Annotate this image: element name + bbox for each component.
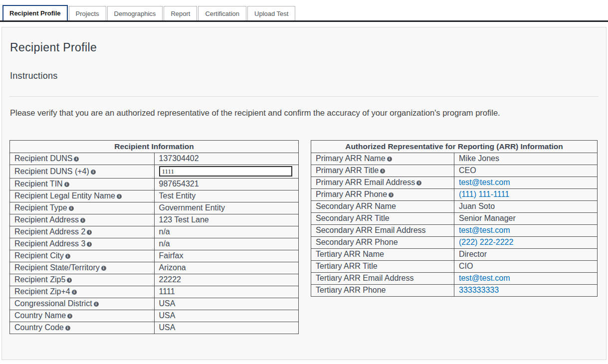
- info-icon[interactable]: i: [64, 182, 69, 187]
- table-row: Recipient Address 2in/a: [10, 226, 299, 238]
- row-label: Recipient TINi: [10, 179, 155, 190]
- row-label: Tertiary ARR Phone: [311, 285, 454, 297]
- table-row: Primary ARR Phonei(111) 111-1111: [311, 189, 598, 201]
- row-label-text: Recipient Type: [14, 203, 67, 212]
- info-icon[interactable]: i: [69, 206, 74, 211]
- row-label: Secondary ARR Phone: [311, 237, 454, 249]
- info-icon[interactable]: i: [74, 157, 79, 162]
- info-icon[interactable]: i: [389, 192, 394, 197]
- table-row: Recipient DUNSi137304402: [10, 153, 299, 165]
- tab-projects[interactable]: Projects: [69, 6, 106, 20]
- info-icon[interactable]: i: [387, 157, 392, 162]
- info-icon[interactable]: i: [416, 181, 421, 185]
- row-label-text: Primary ARR Phone: [316, 190, 387, 198]
- table-row: Recipient TINi987654321: [10, 179, 299, 190]
- row-label: Primary ARR Email Addressi: [311, 177, 454, 189]
- row-label: Primary ARR Titlei: [311, 165, 454, 177]
- table-row: Recipient TypeiGovernment Entity: [10, 202, 299, 214]
- table-row: Recipient State/TerritoryiArizona: [10, 262, 299, 274]
- row-value-text: 123 Test Lane: [159, 215, 209, 224]
- info-icon[interactable]: i: [72, 290, 77, 295]
- row-label: Recipient Zip5i: [10, 274, 155, 286]
- row-label-text: Recipient City: [14, 251, 64, 260]
- info-icon[interactable]: i: [67, 278, 72, 283]
- row-label: Recipient Address 2i: [10, 226, 155, 238]
- row-value-text: 137304402: [159, 154, 199, 163]
- row-value-text: 1111: [159, 287, 175, 296]
- row-value: Mike Jones: [454, 153, 598, 165]
- row-value-text: USA: [159, 299, 176, 308]
- info-icon[interactable]: i: [80, 218, 85, 223]
- row-value-text: USA: [159, 323, 176, 332]
- table-row: Tertiary ARR Phone333333333: [311, 285, 598, 297]
- instructions-heading: Instructions: [10, 71, 599, 81]
- row-value-text: n/a: [159, 227, 170, 236]
- value-link[interactable]: (111) 111-1111: [459, 190, 509, 198]
- row-value-text: Test Entity: [159, 191, 196, 200]
- row-label-text: Primary ARR Email Address: [316, 178, 415, 186]
- row-value: Arizona: [154, 262, 299, 274]
- info-icon[interactable]: i: [65, 326, 70, 331]
- info-icon[interactable]: i: [87, 242, 92, 247]
- table-row: Recipient CityiFairfax: [10, 250, 299, 262]
- row-value: n/a: [154, 238, 299, 250]
- row-value: test@test.com: [454, 273, 598, 285]
- info-icon[interactable]: i: [101, 266, 106, 271]
- tab-demographics[interactable]: Demographics: [107, 6, 163, 20]
- info-icon[interactable]: i: [380, 169, 385, 174]
- row-label-text: Secondary ARR Phone: [316, 238, 398, 246]
- row-label-text: Secondary ARR Title: [316, 214, 390, 222]
- value-link[interactable]: (222) 222-2222: [459, 238, 513, 246]
- info-icon[interactable]: i: [117, 194, 122, 199]
- value-link[interactable]: test@test.com: [459, 226, 510, 234]
- row-value-text: n/a: [159, 239, 170, 248]
- info-icon[interactable]: i: [94, 302, 99, 307]
- row-label: Secondary ARR Name: [311, 201, 454, 213]
- row-label-text: Recipient Legal Entity Name: [14, 191, 115, 200]
- tab-recipient-profile[interactable]: Recipient Profile: [2, 5, 68, 20]
- arr-information-table: Authorized Representative for Reporting …: [311, 140, 598, 297]
- row-value: Juan Soto: [454, 201, 598, 213]
- row-value-text: Government Entity: [159, 203, 225, 212]
- row-value: 137304402: [154, 153, 299, 165]
- row-label: Primary ARR Phonei: [311, 189, 454, 201]
- table-header: Recipient Information: [10, 141, 299, 153]
- info-icon[interactable]: i: [91, 170, 96, 175]
- divider: [9, 96, 599, 97]
- row-value: 123 Test Lane: [154, 214, 299, 226]
- row-label: Tertiary ARR Name: [311, 249, 454, 261]
- row-value-text: CIO: [459, 262, 473, 270]
- row-label-text: Country Name: [14, 311, 66, 320]
- row-label: Recipient DUNS (+4)i: [10, 165, 155, 179]
- value-link[interactable]: test@test.com: [459, 178, 510, 186]
- row-value: Senior Manager: [454, 213, 598, 225]
- info-icon[interactable]: i: [65, 254, 70, 259]
- table-row: Tertiary ARR Email Addresstest@test.com: [311, 273, 598, 285]
- row-value: 333333333: [454, 285, 598, 297]
- table-row: Recipient Zip+4i1111: [10, 286, 299, 298]
- row-label-text: Country Code: [14, 323, 64, 332]
- tab-certification[interactable]: Certification: [198, 6, 246, 20]
- table-row: Congressional DistrictiUSA: [10, 298, 299, 310]
- row-label-text: Secondary ARR Name: [316, 202, 396, 210]
- table-row: Secondary ARR Phone(222) 222-2222: [311, 237, 598, 249]
- value-link[interactable]: test@test.com: [459, 274, 510, 282]
- tab-report[interactable]: Report: [164, 6, 197, 20]
- table-row: Country CodeiUSA: [10, 322, 299, 334]
- row-label: Recipient Zip+4i: [10, 286, 155, 298]
- row-label: Secondary ARR Title: [311, 213, 454, 225]
- tab-upload-test[interactable]: Upload Test: [247, 6, 295, 20]
- info-icon[interactable]: i: [67, 314, 72, 319]
- table-row: Primary ARR TitleiCEO: [311, 165, 598, 177]
- row-value: 987654321: [154, 179, 299, 190]
- row-label: Tertiary ARR Email Address: [311, 273, 454, 285]
- row-value-text: Director: [459, 250, 487, 258]
- row-label-text: Tertiary ARR Title: [316, 262, 378, 270]
- row-label-text: Recipient Zip+4: [14, 287, 70, 296]
- row-label: Primary ARR Namei: [311, 153, 454, 165]
- info-icon[interactable]: i: [87, 230, 92, 235]
- row-label-text: Tertiary ARR Email Address: [316, 274, 414, 282]
- row-value: USA: [154, 322, 299, 334]
- recipient-duns4-input[interactable]: [159, 166, 293, 177]
- value-link[interactable]: 333333333: [459, 286, 499, 294]
